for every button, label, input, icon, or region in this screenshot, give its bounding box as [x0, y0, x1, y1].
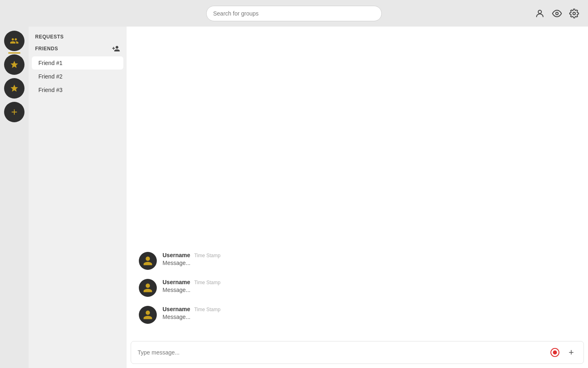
friends-panel: REQUESTS FRIENDS Friend #1Friend #2Frien…	[29, 27, 127, 368]
search-input[interactable]	[213, 10, 375, 17]
message-username: Username	[163, 279, 190, 285]
message-text: Message...	[163, 287, 220, 293]
message-content: Username Time Stamp Message...	[163, 306, 220, 320]
nav-btn-add[interactable]	[4, 102, 24, 122]
avatar	[139, 252, 157, 270]
top-bar-icons	[534, 8, 580, 19]
record-button[interactable]	[549, 347, 561, 358]
svg-point-1	[556, 12, 558, 15]
chat-input-bar: +	[131, 341, 584, 364]
friend-item-3[interactable]: Friend #3	[32, 83, 123, 96]
message-timestamp: Time Stamp	[194, 307, 220, 312]
search-bar[interactable]	[206, 6, 382, 21]
message-block-1: Username Time Stamp Message...	[139, 252, 576, 270]
settings-icon[interactable]	[568, 8, 580, 19]
friends-list: Friend #1Friend #2Friend #3	[29, 56, 127, 97]
add-friend-button[interactable]	[112, 45, 120, 53]
friend-item-2[interactable]: Friend #2	[32, 70, 123, 83]
message-content: Username Time Stamp Message...	[163, 252, 220, 266]
message-text: Message...	[163, 314, 220, 320]
message-meta: Username Time Stamp	[163, 279, 220, 285]
requests-label: REQUESTS	[29, 32, 127, 43]
message-content: Username Time Stamp Message...	[163, 279, 220, 293]
message-text: Message...	[163, 260, 220, 266]
record-circle-icon	[550, 348, 559, 357]
avatar	[139, 306, 157, 324]
nav-btn-favorites[interactable]	[4, 54, 24, 75]
account-icon[interactable]	[534, 8, 546, 19]
nav-btn-favorites2[interactable]	[4, 78, 24, 99]
eye-icon[interactable]	[551, 8, 563, 19]
message-timestamp: Time Stamp	[194, 280, 220, 285]
main-area: REQUESTS FRIENDS Friend #1Friend #2Frien…	[0, 27, 588, 368]
svg-point-2	[573, 12, 575, 15]
nav-btn-friends[interactable]	[4, 31, 24, 51]
friend-item-1[interactable]: Friend #1	[32, 56, 123, 70]
message-block-2: Username Time Stamp Message...	[139, 279, 576, 297]
sidebar-nav	[0, 27, 29, 368]
message-timestamp: Time Stamp	[194, 253, 220, 258]
chat-messages: Username Time Stamp Message... Username …	[127, 27, 588, 341]
message-meta: Username Time Stamp	[163, 306, 220, 312]
top-bar	[0, 0, 588, 27]
friends-header: FRIENDS	[29, 43, 127, 56]
message-meta: Username Time Stamp	[163, 252, 220, 258]
message-username: Username	[163, 252, 190, 258]
record-inner-icon	[553, 350, 557, 355]
friends-section-label: FRIENDS	[35, 46, 58, 52]
avatar	[139, 279, 157, 297]
chat-area: Username Time Stamp Message... Username …	[127, 27, 588, 368]
message-username: Username	[163, 306, 190, 312]
message-input[interactable]	[138, 349, 544, 356]
attach-button[interactable]: +	[566, 347, 577, 358]
message-block-3: Username Time Stamp Message...	[139, 306, 576, 324]
svg-point-0	[538, 10, 541, 13]
